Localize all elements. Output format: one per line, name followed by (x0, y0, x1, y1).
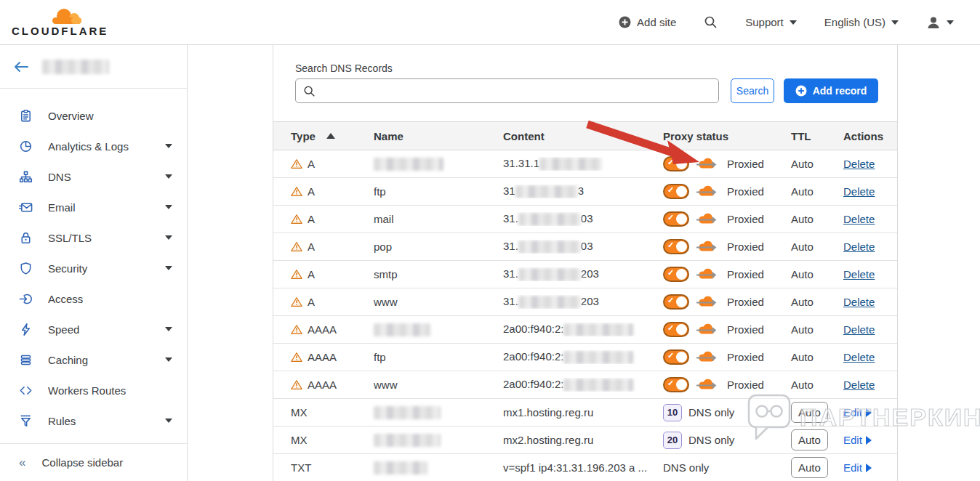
sidebar-item-ssl-tls[interactable]: SSL/TLS (0, 222, 187, 253)
delete-link[interactable]: Delete (843, 268, 875, 280)
sidebar-item-speed[interactable]: Speed (0, 314, 187, 344)
proxy-status-label: Proxied (727, 240, 764, 253)
proxy-toggle[interactable] (663, 322, 689, 337)
type-cell: AAAA (291, 323, 374, 336)
proxy-toggle[interactable] (663, 239, 689, 254)
caret-down-icon (165, 235, 172, 240)
ttl-select[interactable]: Auto (791, 429, 828, 450)
plus-circle-icon (619, 16, 631, 28)
column-header-proxy-status[interactable]: Proxy status (663, 130, 791, 142)
language-menu[interactable]: English (US) (824, 16, 899, 28)
type-cell: MX (291, 434, 374, 446)
collapse-sidebar-button[interactable]: « Collapse sidebar (0, 443, 187, 481)
record-type: AAAA (308, 323, 337, 336)
sidebar-item-overview[interactable]: Overview (0, 100, 187, 131)
sidebar-item-label: Analytics & Logs (48, 140, 129, 153)
sidebar-item-rules[interactable]: Rules (0, 405, 187, 436)
name-cell (374, 433, 503, 447)
support-menu[interactable]: Support (745, 16, 797, 28)
table-header-row: Type Name Content Proxy status TTL Actio… (273, 121, 897, 150)
actions-cell: Delete (843, 213, 880, 225)
add-site-button[interactable]: Add site (619, 16, 676, 28)
dns-search-box[interactable] (295, 78, 719, 103)
proxy-status-cell: Proxied (663, 267, 791, 282)
sidebar-item-label: DNS (48, 171, 71, 183)
edit-link[interactable]: Edit (843, 461, 872, 474)
proxy-status-cell: Proxied (663, 184, 791, 199)
edit-link[interactable]: Edit (843, 434, 872, 446)
proxy-toggle[interactable] (663, 156, 689, 171)
record-content: 2a00:f940:2: (503, 378, 563, 390)
record-name: ftp (374, 185, 386, 198)
proxy-status-cell: Proxied (663, 349, 791, 365)
warning-icon (291, 214, 302, 225)
actions-cell: Edit (843, 461, 880, 474)
record-content-suffix: 3 (578, 185, 584, 197)
dns-records-panel: Search DNS Records Search Add record Typ… (273, 45, 898, 481)
content-cell: 31.03 (503, 212, 663, 226)
proxy-toggle[interactable] (663, 184, 689, 199)
sidebar-item-dns[interactable]: DNS (0, 161, 187, 192)
account-menu[interactable] (926, 15, 954, 30)
add-record-label: Add record (813, 85, 867, 97)
delete-link[interactable]: Delete (843, 185, 875, 198)
record-name-redacted (374, 461, 427, 474)
dns-record-row: Apop31.03ProxiedAutoDelete (273, 233, 897, 261)
type-cell: A (291, 213, 374, 225)
column-header-type[interactable]: Type (291, 130, 374, 142)
sidebar-item-access[interactable]: Access (0, 283, 187, 314)
cloudflare-logo[interactable]: CLOUDFLARE (12, 7, 108, 37)
ttl-cell: Auto (791, 323, 843, 336)
dns-record-row: MXmx2.hosting.reg.ru20DNS onlyAutoEdit (273, 427, 897, 454)
search-button[interactable]: Search (731, 78, 774, 103)
back-arrow-icon[interactable] (13, 60, 29, 73)
record-content: 2a00:f940:2: (503, 323, 563, 335)
sidebar-item-security[interactable]: Security (0, 253, 187, 283)
sidebar-item-analytics-logs[interactable]: Analytics & Logs (0, 131, 187, 161)
column-header-content[interactable]: Content (503, 130, 663, 142)
record-type: AAAA (308, 379, 337, 391)
proxied-cloud-icon (696, 351, 720, 364)
delete-link[interactable]: Delete (843, 213, 875, 225)
column-header-ttl[interactable]: TTL (791, 130, 843, 142)
record-content-suffix: 203 (581, 295, 599, 307)
delete-link[interactable]: Delete (843, 351, 875, 363)
sidebar-item-label: Email (48, 201, 76, 214)
access-arrow-icon (19, 291, 33, 306)
global-search-button[interactable] (704, 15, 718, 29)
edit-link[interactable]: Edit (843, 406, 872, 419)
delete-link[interactable]: Delete (843, 158, 875, 170)
delete-link[interactable]: Delete (843, 296, 875, 308)
column-header-name[interactable]: Name (374, 130, 503, 142)
actions-cell: Delete (843, 185, 880, 198)
record-name-redacted (374, 158, 443, 171)
ttl-select[interactable]: Auto (791, 457, 828, 478)
delete-link[interactable]: Delete (843, 379, 875, 391)
proxy-toggle[interactable] (663, 377, 689, 392)
sidebar-item-email[interactable]: Email (0, 192, 187, 222)
sidebar-item-caching[interactable]: Caching (0, 344, 187, 375)
ttl-select[interactable]: Auto (791, 402, 828, 423)
record-content-suffix: 03 (581, 212, 593, 225)
ttl-value: Auto (791, 240, 814, 253)
search-icon (303, 85, 316, 97)
caret-down-icon (165, 144, 172, 148)
dns-record-row: Awww31.203ProxiedAutoDelete (273, 288, 897, 316)
proxy-toggle[interactable] (663, 211, 689, 227)
ttl-cell: Auto (791, 351, 843, 363)
sidebar-item-workers-routes[interactable]: Workers Routes (0, 375, 187, 405)
record-content: 31 (503, 185, 515, 197)
shield-icon (19, 261, 33, 275)
dns-records-table: Type Name Content Proxy status TTL Actio… (273, 121, 897, 481)
delete-link[interactable]: Delete (843, 240, 875, 253)
type-cell: A (291, 185, 374, 198)
proxy-status-cell: Proxied (663, 294, 791, 310)
proxy-toggle[interactable] (663, 349, 689, 365)
delete-link[interactable]: Delete (843, 323, 875, 336)
proxy-toggle[interactable] (663, 294, 689, 310)
record-content-redacted (563, 323, 633, 336)
caret-down-icon (165, 327, 172, 331)
proxy-toggle[interactable] (663, 267, 689, 282)
add-record-button[interactable]: Add record (784, 78, 878, 103)
dns-search-input[interactable] (316, 81, 718, 101)
